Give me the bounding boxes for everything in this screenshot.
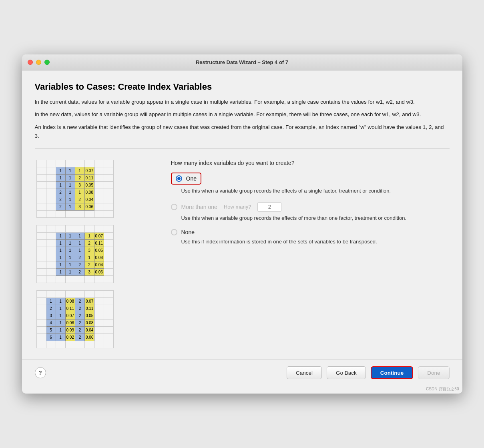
option-more-than-one-description: Use this when a variable group records t… <box>181 214 450 222</box>
option-group: One Use this when a variable group recor… <box>171 173 450 253</box>
help-button[interactable]: ? <box>35 367 46 378</box>
table-3-container: 110.0820.07 210.1120.11 310.0720.05 410.… <box>35 289 159 350</box>
how-many-input[interactable] <box>257 202 281 212</box>
footer: ? Cancel Go Back Continue Done <box>22 360 462 386</box>
maximize-button[interactable] <box>44 60 50 65</box>
question-text: How many index variables do you want to … <box>171 160 450 166</box>
wizard-window: Restructure Data Wizard – Step 4 of 7 Va… <box>22 54 462 394</box>
table-2: 11110.07 11120.11 11130.05 11210.08 <box>36 225 114 283</box>
watermark: CSDN @百分之50 <box>22 386 462 394</box>
footer-right: Cancel Go Back Continue Done <box>287 366 450 379</box>
radio-more-than-one[interactable] <box>171 204 177 210</box>
option-none[interactable]: None Use this if index information is st… <box>171 229 450 246</box>
table-2-container: 11110.07 11120.11 11130.05 11210.08 <box>35 223 159 285</box>
option-more-than-one-label: More than one <box>181 204 217 210</box>
option-none-label: None <box>181 229 195 235</box>
main-area: 1110.07 1120.11 1130.05 2110.08 <box>35 158 450 350</box>
page-title: Variables to Cases: Create Index Variabl… <box>35 82 450 92</box>
table-3: 110.0820.07 210.1120.11 310.0720.05 410.… <box>36 290 114 348</box>
main-content: Variables to Cases: Create Index Variabl… <box>22 70 462 360</box>
description-2: In the new data, values for a variable g… <box>35 110 450 119</box>
how-many-label: How many? <box>224 204 251 210</box>
footer-left: ? <box>35 367 46 378</box>
options-panel: How many index variables do you want to … <box>171 158 450 253</box>
window-title: Restructure Data Wizard – Step 4 of 7 <box>196 59 288 65</box>
description-3: An index is a new variable that identifi… <box>35 123 450 140</box>
option-one[interactable]: One Use this when a variable group recor… <box>171 173 450 195</box>
section-divider <box>35 148 450 149</box>
minimize-button[interactable] <box>36 60 41 65</box>
done-button: Done <box>418 366 449 379</box>
table-1-container: 1110.07 1120.11 1130.05 2110.08 <box>35 158 159 219</box>
continue-button[interactable]: Continue <box>371 366 414 379</box>
option-more-than-one[interactable]: More than one How many? Use this when a … <box>171 202 450 222</box>
tables-panel: 1110.07 1120.11 1130.05 2110.08 <box>35 158 159 350</box>
close-button[interactable] <box>28 60 33 65</box>
option-one-description: Use this when a variable group records t… <box>181 187 450 195</box>
traffic-lights <box>28 60 50 65</box>
radio-none[interactable] <box>171 229 177 235</box>
radio-one[interactable] <box>176 175 182 182</box>
option-none-description: Use this if index information is stored … <box>181 238 450 246</box>
titlebar: Restructure Data Wizard – Step 4 of 7 <box>22 54 462 70</box>
description-1: In the current data, values for a variab… <box>35 98 450 106</box>
option-one-label: One <box>186 175 197 182</box>
cancel-button[interactable]: Cancel <box>287 366 322 379</box>
table-1: 1110.07 1120.11 1130.05 2110.08 <box>36 160 114 218</box>
go-back-button[interactable]: Go Back <box>327 366 366 379</box>
